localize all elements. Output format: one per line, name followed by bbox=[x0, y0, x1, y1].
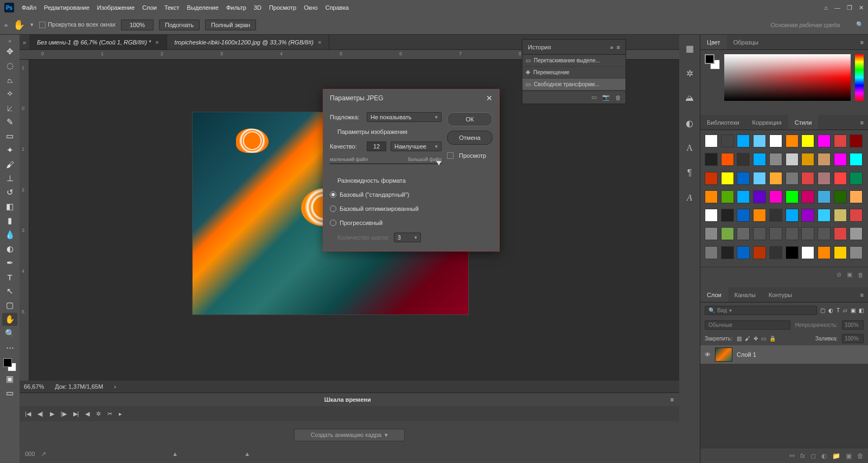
fit-button[interactable]: Подогнать bbox=[159, 20, 200, 30]
menu-filter[interactable]: Фильтр bbox=[226, 4, 246, 11]
radio-progressive[interactable]: Прогрессивный bbox=[330, 218, 442, 227]
history-brush-tool[interactable]: ↺ bbox=[2, 186, 17, 199]
style-swatch[interactable] bbox=[801, 190, 814, 203]
style-swatch[interactable] bbox=[721, 190, 734, 203]
dodge-tool[interactable]: ◐ bbox=[2, 242, 17, 255]
style-swatch[interactable] bbox=[834, 153, 847, 166]
style-swatch[interactable] bbox=[769, 153, 782, 166]
quickmask-tool[interactable]: ▣ bbox=[2, 372, 17, 385]
gradient-tool[interactable]: ▮ bbox=[2, 214, 17, 227]
menu-layers[interactable]: Слои bbox=[142, 4, 157, 11]
style-swatch[interactable] bbox=[818, 246, 831, 259]
close-dialog-icon[interactable]: ✕ bbox=[486, 94, 493, 102]
style-swatch[interactable] bbox=[769, 134, 782, 147]
style-swatch[interactable] bbox=[737, 190, 750, 203]
status-doc-size[interactable]: Док: 1,37M/1,65M bbox=[55, 383, 103, 390]
maximize-icon[interactable]: ❐ bbox=[847, 4, 852, 11]
style-swatch[interactable] bbox=[786, 153, 799, 166]
style-swatch[interactable] bbox=[769, 227, 782, 240]
status-zoom[interactable]: 66,67% bbox=[24, 383, 44, 390]
style-swatch[interactable] bbox=[834, 227, 847, 240]
color-picker[interactable] bbox=[724, 54, 851, 101]
link-layers-icon[interactable]: ⚯ bbox=[789, 452, 795, 460]
lock-position-icon[interactable]: ✥ bbox=[754, 336, 758, 342]
foreground-swatch[interactable] bbox=[3, 358, 12, 367]
layer-row[interactable]: 👁 Слой 1 bbox=[700, 345, 868, 364]
adjustment-layer-icon[interactable]: ◐ bbox=[821, 452, 827, 460]
menu-view[interactable]: Просмотр bbox=[269, 4, 296, 11]
panel-menu-icon[interactable]: ≡ bbox=[856, 35, 868, 49]
style-swatch[interactable] bbox=[737, 209, 750, 222]
dock-glyphs-icon[interactable]: A bbox=[684, 192, 695, 204]
color-swatches[interactable] bbox=[3, 358, 16, 371]
visibility-icon[interactable]: 👁 bbox=[705, 351, 711, 358]
style-swatch[interactable] bbox=[721, 209, 734, 222]
style-swatch[interactable] bbox=[705, 134, 718, 147]
style-swatch[interactable] bbox=[818, 153, 831, 166]
style-swatch[interactable] bbox=[850, 209, 863, 222]
tab-channels[interactable]: Каналы bbox=[728, 287, 762, 302]
style-swatch[interactable] bbox=[786, 227, 799, 240]
cloud-icon[interactable]: ⌂ bbox=[824, 4, 828, 11]
style-swatch[interactable] bbox=[801, 209, 814, 222]
magic-wand-tool[interactable]: ✧ bbox=[2, 87, 17, 100]
prev-frame-icon[interactable]: ◀| bbox=[37, 410, 43, 417]
menu-window[interactable]: Окно bbox=[304, 4, 318, 11]
matte-select[interactable]: Не показывать bbox=[367, 112, 442, 122]
status-chevron-icon[interactable]: › bbox=[114, 383, 116, 390]
document-tab-active[interactable]: Без имени-1 @ 66,7% (Слой 1, RGB/8#) *× bbox=[29, 35, 167, 49]
style-swatch[interactable] bbox=[818, 209, 831, 222]
no-style-icon[interactable]: ⊘ bbox=[837, 271, 841, 278]
healing-tool[interactable]: ✦ bbox=[2, 144, 17, 157]
close-window-icon[interactable]: ✕ bbox=[859, 4, 864, 11]
history-item[interactable]: ✥Перемещение bbox=[522, 67, 626, 79]
dock-navigator-icon[interactable]: ✲ bbox=[684, 67, 695, 79]
style-swatch[interactable] bbox=[801, 172, 814, 185]
style-swatch[interactable] bbox=[786, 246, 799, 259]
panel-menu-icon[interactable]: ≡ bbox=[856, 115, 868, 130]
style-swatch[interactable] bbox=[753, 134, 766, 147]
delete-history-icon[interactable]: 🗑 bbox=[615, 94, 621, 101]
ok-button[interactable]: ОК bbox=[447, 112, 493, 126]
type-tool[interactable]: T bbox=[2, 271, 17, 284]
panel-menu-icon[interactable]: ≡ bbox=[856, 287, 868, 302]
audio-icon[interactable]: ◀ bbox=[85, 410, 90, 417]
style-swatch[interactable] bbox=[753, 246, 766, 259]
style-swatch[interactable] bbox=[801, 246, 814, 259]
filter-smart-icon[interactable]: ▣ bbox=[851, 307, 856, 313]
create-animation-button[interactable]: Создать анимацию кадра ▾ bbox=[294, 429, 405, 441]
move-tool[interactable]: ✥ bbox=[2, 45, 17, 58]
menu-file[interactable]: Файл bbox=[22, 4, 36, 11]
style-swatch[interactable] bbox=[850, 190, 863, 203]
lock-pixels-icon[interactable]: 🖌 bbox=[745, 336, 750, 342]
close-tab-icon[interactable]: × bbox=[155, 39, 158, 46]
minimize-icon[interactable]: — bbox=[834, 4, 840, 11]
style-swatch[interactable] bbox=[834, 134, 847, 147]
style-swatch[interactable] bbox=[721, 134, 734, 147]
style-swatch[interactable] bbox=[721, 227, 734, 240]
style-swatch[interactable] bbox=[705, 209, 718, 222]
dock-paragraph-icon[interactable]: ¶ bbox=[684, 167, 695, 179]
search-icon[interactable]: 🔍 bbox=[856, 21, 864, 28]
next-frame-icon[interactable]: |▶ bbox=[61, 410, 67, 417]
style-swatch[interactable] bbox=[705, 190, 718, 203]
shape-tool[interactable]: ▢ bbox=[2, 299, 17, 312]
tab-adjustments[interactable]: Коррекция bbox=[746, 115, 788, 130]
fill-input[interactable]: 100% bbox=[842, 334, 864, 343]
layer-filter-select[interactable]: 🔍 Вид ▾ bbox=[705, 306, 817, 315]
lock-transparency-icon[interactable]: ▨ bbox=[737, 336, 742, 342]
tab-layers[interactable]: Слои bbox=[700, 287, 728, 302]
style-swatch[interactable] bbox=[769, 209, 782, 222]
crop-tool[interactable]: ⟀ bbox=[2, 101, 17, 114]
hand-tool[interactable]: ✋ bbox=[2, 313, 17, 326]
menu-text[interactable]: Текст bbox=[164, 4, 180, 11]
style-swatch[interactable] bbox=[818, 190, 831, 203]
style-swatch[interactable] bbox=[753, 227, 766, 240]
menu-select[interactable]: Выделение bbox=[187, 4, 219, 11]
dock-adjustments-icon[interactable]: ◐ bbox=[684, 117, 695, 129]
document-tab[interactable]: tropicheskie-ribki-1600x1200.jpg @ 33,3%… bbox=[167, 35, 330, 49]
eyedropper-tool[interactable]: ✎ bbox=[2, 115, 17, 128]
snapshot-icon[interactable]: 📷 bbox=[602, 94, 610, 101]
last-frame-icon[interactable]: ▶| bbox=[73, 410, 79, 417]
style-swatch[interactable] bbox=[769, 190, 782, 203]
